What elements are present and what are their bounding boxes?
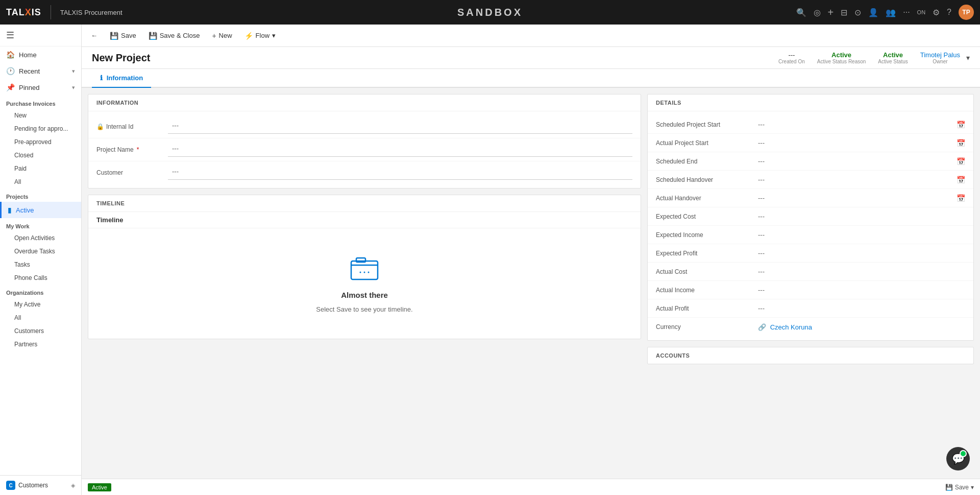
- sidebar-bottom: C Customers ◈: [0, 475, 81, 495]
- form-columns: INFORMATION 🔒 Internal Id ---: [88, 94, 974, 473]
- settings-circle-icon[interactable]: ⊙: [854, 8, 861, 17]
- user-avatar[interactable]: TP: [959, 5, 974, 20]
- page-header: New Project --- Created On Active Active…: [82, 47, 980, 69]
- field-value-project-name[interactable]: ---: [168, 143, 632, 157]
- sidebar-item-home[interactable]: 🏠 Home: [0, 46, 81, 63]
- organizations-section: Organizations: [0, 285, 81, 298]
- sidebar-item-invoice-new[interactable]: New: [0, 109, 81, 122]
- sidebar-item-invoice-closed[interactable]: Closed: [0, 149, 81, 162]
- detail-label-expected-income: Expected Income: [656, 231, 758, 239]
- detail-value-expected-profit[interactable]: ---: [758, 249, 965, 257]
- sidebar-item-invoice-paid[interactable]: Paid: [0, 162, 81, 175]
- calendar-icon-0[interactable]: 📅: [957, 121, 965, 129]
- new-button[interactable]: + New: [207, 29, 237, 42]
- sidebar-item-active-projects[interactable]: ▮ Active: [0, 202, 81, 218]
- lock-icon: 🔒: [96, 123, 104, 130]
- svg-rect-1: [356, 258, 365, 262]
- detail-row-actual-income: Actual Income ---: [648, 281, 973, 299]
- detail-value-actual-profit[interactable]: ---: [758, 304, 965, 312]
- mywork-section: My Work: [0, 218, 81, 231]
- calendar-icon-4[interactable]: 📅: [957, 194, 965, 202]
- details-section: DETAILS Scheduled Project Start --- 📅 Ac…: [647, 94, 974, 341]
- flow-button[interactable]: ⚡ Flow ▾: [239, 29, 281, 42]
- sidebar-item-invoice-all[interactable]: All: [0, 175, 81, 188]
- sidebar-item-customers[interactable]: Customers: [0, 324, 81, 338]
- nav-divider: [51, 5, 51, 19]
- sidebar-item-phone-calls[interactable]: Phone Calls: [0, 271, 81, 285]
- user-circle-icon[interactable]: 👤: [868, 8, 878, 17]
- calendar-icon-3[interactable]: 📅: [957, 176, 965, 184]
- customers-bottom-label: Customers: [18, 482, 48, 489]
- sidebar-item-partners[interactable]: Partners: [0, 338, 81, 351]
- calendar-icon-2[interactable]: 📅: [957, 157, 965, 166]
- customers-pin-icon: ◈: [71, 482, 75, 489]
- currency-value: Czech Koruna: [770, 323, 812, 331]
- timeline-empty-sub: Select Save to see your timeline.: [316, 305, 412, 313]
- save-button[interactable]: 💾 Save: [105, 29, 141, 42]
- details-header: DETAILS: [648, 95, 973, 111]
- owner-value[interactable]: Timotej Palus: [920, 51, 960, 59]
- details-body: Scheduled Project Start --- 📅 Actual Pro…: [648, 111, 973, 340]
- svg-point-2: [360, 272, 361, 273]
- status-reason-label: Active Status Reason: [817, 59, 866, 64]
- chat-bubble[interactable]: 💬: [946, 447, 970, 470]
- new-label: New: [219, 32, 232, 39]
- detail-value-currency[interactable]: 🔗 Czech Koruna: [758, 323, 965, 331]
- sidebar-item-my-active[interactable]: My Active: [0, 298, 81, 311]
- sidebar-item-overdue-tasks[interactable]: Overdue Tasks: [0, 245, 81, 258]
- timeline-section: TIMELINE Timeline: [88, 195, 641, 339]
- detail-value-sched-project-start[interactable]: ---: [758, 121, 957, 128]
- field-value-customer[interactable]: ---: [168, 166, 632, 180]
- sidebar-item-all-orgs[interactable]: All: [0, 311, 81, 324]
- created-on-value: ---: [778, 51, 805, 59]
- status-meta: Active Active Status: [878, 51, 908, 64]
- search-icon[interactable]: 🔍: [796, 8, 806, 17]
- detail-label-actual-project-start: Actual Project Start: [656, 139, 758, 147]
- filter-icon[interactable]: ⊟: [841, 8, 847, 17]
- hamburger-menu[interactable]: ☰: [0, 25, 81, 46]
- detail-value-actual-project-start[interactable]: ---: [758, 139, 957, 147]
- sidebar-bottom-customers[interactable]: C Customers ◈: [0, 478, 81, 493]
- header-expand-chevron[interactable]: ▾: [966, 54, 970, 62]
- help-icon[interactable]: ?: [947, 8, 951, 17]
- status-bar-save[interactable]: 💾 Save ▾: [945, 484, 974, 491]
- timeline-empty-title: Almost there: [341, 291, 388, 299]
- field-label-customer: Customer: [96, 169, 168, 176]
- sidebar-item-pinned[interactable]: 📌 Pinned ▾: [0, 79, 81, 96]
- sidebar-item-recent[interactable]: 🕐 Recent ▾: [0, 63, 81, 79]
- sidebar-item-tasks[interactable]: Tasks: [0, 258, 81, 271]
- detail-row-actual-project-start: Actual Project Start --- 📅: [648, 134, 973, 152]
- dots-icon[interactable]: ···: [903, 8, 910, 17]
- status-save-chevron: ▾: [971, 484, 974, 491]
- status-bar-active-label: Active: [88, 483, 111, 491]
- calendar-icon-1[interactable]: 📅: [957, 139, 965, 147]
- people-icon[interactable]: 👥: [886, 8, 896, 17]
- field-value-internal-id[interactable]: ---: [168, 120, 632, 134]
- detail-value-expected-cost[interactable]: ---: [758, 213, 965, 220]
- logo[interactable]: TALXIS TALXIS Procurement: [6, 5, 122, 19]
- detail-value-actual-cost[interactable]: ---: [758, 268, 965, 275]
- detail-value-actual-handover[interactable]: ---: [758, 194, 957, 202]
- detail-label-actual-profit: Actual Profit: [656, 305, 758, 312]
- timeline-sub: Timeline: [88, 212, 641, 228]
- detail-value-actual-income[interactable]: ---: [758, 286, 965, 294]
- target-icon[interactable]: ◎: [814, 8, 821, 17]
- save-close-button[interactable]: 💾 Save & Close: [143, 29, 205, 42]
- tab-information-label: Information: [107, 74, 143, 82]
- gear-icon[interactable]: ⚙: [933, 8, 940, 17]
- customers-badge: C: [6, 481, 15, 490]
- detail-value-expected-income[interactable]: ---: [758, 231, 965, 239]
- toggle-icon[interactable]: ON: [917, 9, 926, 15]
- detail-value-sched-handover[interactable]: ---: [758, 176, 957, 183]
- sidebar-item-open-activities[interactable]: Open Activities: [0, 231, 81, 245]
- detail-row-expected-cost: Expected Cost ---: [648, 207, 973, 226]
- tab-information[interactable]: ℹ Information: [92, 69, 151, 88]
- sidebar-item-invoice-preapproved[interactable]: Pre-approved: [0, 135, 81, 149]
- detail-row-sched-end: Scheduled End --- 📅: [648, 152, 973, 171]
- timeline-empty: Almost there Select Save to see your tim…: [88, 228, 641, 339]
- back-button[interactable]: ←: [86, 29, 103, 42]
- sidebar-item-invoice-pending[interactable]: Pending for appro...: [0, 122, 81, 135]
- detail-value-sched-end[interactable]: ---: [758, 157, 957, 165]
- top-navigation: TALXIS TALXIS Procurement SANDBOX 🔍 ◎ + …: [0, 0, 980, 25]
- plus-icon[interactable]: +: [828, 7, 834, 18]
